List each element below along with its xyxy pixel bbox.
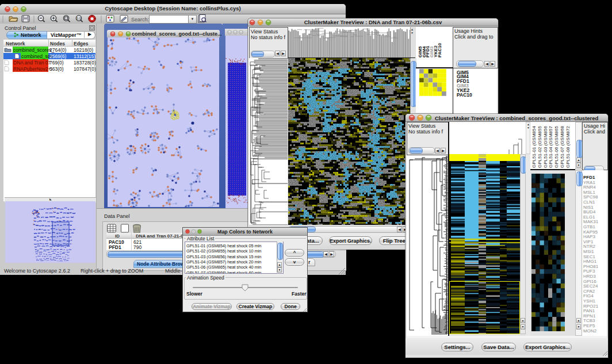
svg-text:1:1: 1:1 <box>76 17 81 20</box>
